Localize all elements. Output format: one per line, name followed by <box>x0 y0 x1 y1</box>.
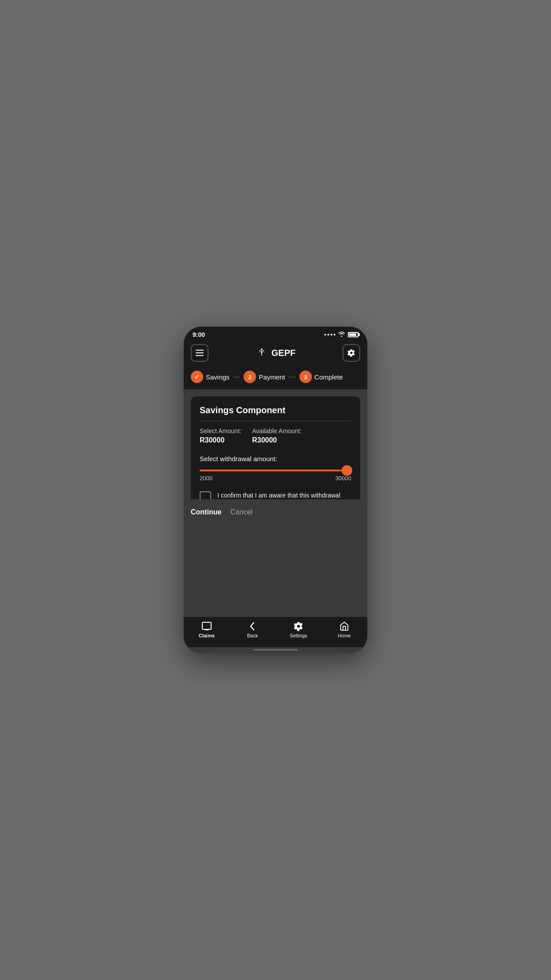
step-complete-label: Complete <box>315 373 343 381</box>
nav-item-settings[interactable]: Settings <box>285 621 312 638</box>
select-amount-block: Select Amount: R30000 <box>200 427 241 444</box>
back-icon <box>249 621 256 631</box>
amounts-row: Select Amount: R30000 Available Amount: … <box>200 427 351 444</box>
svg-point-3 <box>259 352 260 353</box>
logo-icon <box>256 346 268 360</box>
slider-label: Select withdrawal amount: <box>200 455 351 462</box>
svg-rect-11 <box>205 629 209 630</box>
step-savings-circle: ✓ <box>191 371 203 383</box>
logo-text: GEPF <box>272 348 295 358</box>
select-amount-value: R30000 <box>200 436 241 444</box>
home-label: Home <box>338 633 351 638</box>
divider-1: — <box>233 373 240 381</box>
divider-2: — <box>289 373 296 381</box>
svg-point-2 <box>263 350 264 351</box>
gear-icon <box>347 349 355 357</box>
step-payment-label: Payment <box>259 373 285 381</box>
slider-section: Select withdrawal amount: 2000 30000 <box>200 455 351 482</box>
step-payment-number: 2 <box>248 374 252 380</box>
back-label: Back <box>247 633 258 638</box>
slider-max-label: 30000 <box>335 475 351 482</box>
slider-range-labels: 2000 30000 <box>200 475 351 482</box>
svg-point-1 <box>259 350 260 351</box>
status-bar: 9:00 <box>184 327 367 340</box>
step-payment: 2 Payment <box>244 371 285 383</box>
step-payment-circle: 2 <box>244 371 256 383</box>
step-savings-check: ✓ <box>194 373 200 380</box>
svg-rect-10 <box>202 622 211 629</box>
slider-track <box>200 470 351 471</box>
confirm-text: I confirm that I am aware that this with… <box>217 490 351 499</box>
slider-min-label: 2000 <box>200 475 213 482</box>
time-display: 9:00 <box>193 331 205 338</box>
hamburger-icon <box>196 350 204 356</box>
available-amount-value: R30000 <box>252 436 302 444</box>
svg-point-4 <box>264 352 265 353</box>
available-amount-label: Available Amount: <box>252 427 302 435</box>
nav-item-home[interactable]: Home <box>331 621 358 638</box>
home-icon <box>339 621 349 631</box>
wifi-icon <box>338 331 345 338</box>
step-complete-number: 3 <box>304 374 307 380</box>
claims-icon <box>201 621 212 631</box>
step-complete-circle: 3 <box>299 371 312 383</box>
claims-label: Claims <box>199 633 215 638</box>
svg-point-0 <box>261 348 263 350</box>
confirm-checkbox[interactable] <box>200 491 211 499</box>
card-title: Savings Component <box>200 405 351 421</box>
available-amount-block: Available Amount: R30000 <box>252 427 302 444</box>
nav-item-claims[interactable]: Claims <box>193 621 220 638</box>
slider-fill <box>200 470 351 471</box>
step-savings: ✓ Savings <box>191 371 229 383</box>
content-area: Savings Component Select Amount: R30000 … <box>184 389 367 499</box>
step-savings-label: Savings <box>206 373 229 381</box>
logo: GEPF <box>256 346 295 360</box>
progress-stepper: ✓ Savings — 2 Payment — 3 Complete <box>184 366 367 389</box>
action-buttons: Continue Cancel <box>184 499 367 522</box>
savings-card: Savings Component Select Amount: R30000 … <box>191 396 360 499</box>
step-complete: 3 Complete <box>299 371 343 383</box>
status-icons <box>324 331 358 338</box>
home-bar <box>253 649 298 651</box>
slider-thumb <box>342 465 352 476</box>
continue-button[interactable]: Continue <box>191 506 221 518</box>
cancel-button[interactable]: Cancel <box>230 506 252 518</box>
slider-container <box>200 470 351 471</box>
nav-item-back[interactable]: Back <box>239 621 266 638</box>
battery-icon <box>348 332 358 337</box>
phone-frame: 9:00 <box>184 327 367 653</box>
settings-label: Settings <box>290 633 307 638</box>
signal-icon <box>324 334 335 336</box>
nav-settings-icon <box>294 621 303 631</box>
settings-button[interactable] <box>342 344 360 362</box>
confirm-row: I confirm that I am aware that this with… <box>200 490 351 499</box>
menu-button[interactable] <box>191 344 209 362</box>
bottom-navigation: Claims Back Settings <box>184 617 367 647</box>
home-indicator <box>184 647 367 653</box>
header: GEPF <box>184 340 367 366</box>
select-amount-label: Select Amount: <box>200 427 241 435</box>
spacer <box>184 522 367 617</box>
